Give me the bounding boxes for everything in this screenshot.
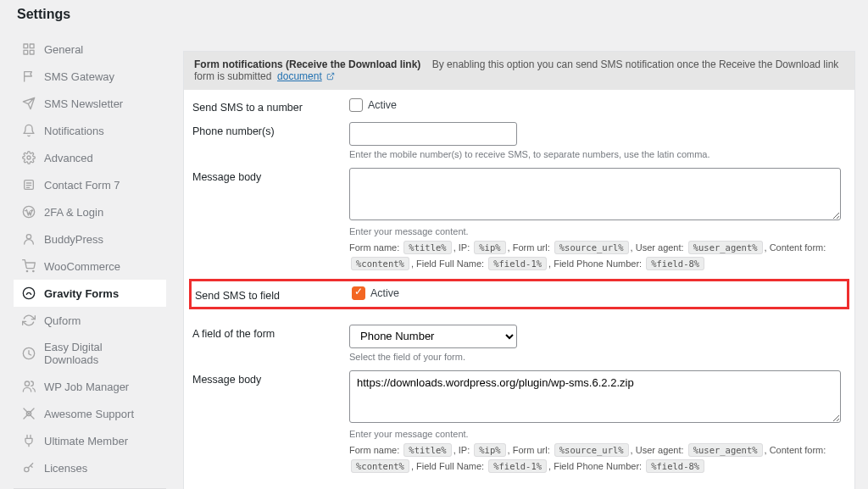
msg1-hint: Enter your message content. xyxy=(349,226,841,236)
svg-rect-0 xyxy=(24,44,28,48)
sidebar-item-label: General xyxy=(44,43,83,56)
row-send-to-field: Send SMS to field Active xyxy=(189,279,849,309)
tag-f8: %field-8% xyxy=(646,459,704,473)
tag-content: %content% xyxy=(351,257,409,270)
sidebar-item-label: SMS Newsletter xyxy=(44,97,123,110)
sidebar-item-label: WooCommerce xyxy=(44,260,120,273)
active-checkbox-2[interactable] xyxy=(352,286,365,300)
gear-icon xyxy=(22,151,36,164)
sidebar-item-label: WP Job Manager xyxy=(44,381,129,393)
sidebar-item-label: Contact Form 7 xyxy=(44,179,120,192)
tag-url: %source_url% xyxy=(554,443,629,457)
active-checkbox-2-wrap[interactable]: Active xyxy=(352,286,830,300)
edd-icon xyxy=(22,347,36,360)
plug-icon xyxy=(22,434,36,447)
sidebar-item-ultimate-member[interactable]: Ultimate Member xyxy=(14,427,166,454)
tag-ua: %user_agent% xyxy=(688,241,763,254)
message-body-2-textarea[interactable]: https://downloads.wordpress.org/plugin/w… xyxy=(349,370,841,423)
support-icon xyxy=(22,407,36,420)
tag-f8: %field-8% xyxy=(646,257,704,270)
row-label: Send SMS to a number xyxy=(192,98,349,114)
sidebar-item-label: 2FA & Login xyxy=(44,206,103,219)
sidebar-item-easy-digital-downloads[interactable]: Easy Digital Downloads xyxy=(14,334,166,373)
tag-f1: %field-1% xyxy=(488,257,547,270)
main-panel: Form notifications (Receive the Download… xyxy=(183,51,855,489)
gravity-icon xyxy=(22,286,36,300)
tag-ip: %ip% xyxy=(474,241,505,254)
sidebar-item-label: Licenses xyxy=(44,462,87,475)
key-icon xyxy=(22,461,36,475)
field-hint: Select the field of your form. xyxy=(349,352,841,362)
placeholders-2: Form name: %title%, IP: %ip%, Form url: … xyxy=(349,442,841,475)
sidebar-item-label: Quform xyxy=(44,314,81,327)
settings-sidebar: GeneralSMS GatewaySMS NewsletterNotifica… xyxy=(14,25,166,489)
active-checkbox-1[interactable] xyxy=(349,98,363,112)
row-phone-numbers: Phone number(s) Enter the mobile number(… xyxy=(184,114,854,159)
section-header: Form notifications (Receive the Download… xyxy=(184,52,854,90)
row-form-field: A field of the form Phone Number Select … xyxy=(184,316,854,362)
active-label: Active xyxy=(370,287,399,299)
sidebar-item-woocommerce[interactable]: WooCommerce xyxy=(14,253,166,280)
tag-f1: %field-1% xyxy=(488,459,547,473)
sidebar-item-label: Notifications xyxy=(44,125,104,137)
sidebar-item-label: BuddyPress xyxy=(44,233,103,246)
message-body-1-textarea[interactable] xyxy=(349,168,841,220)
tag-title: %title% xyxy=(403,443,451,457)
sidebar-item-label: Gravity Forms xyxy=(44,287,119,300)
tag-title: %title% xyxy=(403,241,451,254)
general-icon xyxy=(22,42,36,56)
sidebar-item-2fa-login[interactable]: 2FA & Login xyxy=(14,198,166,225)
section-doc-link[interactable]: document xyxy=(277,70,322,82)
section-title: Form notifications (Receive the Download… xyxy=(194,58,420,70)
active-checkbox-1-wrap[interactable]: Active xyxy=(349,98,841,112)
row-message-body-1: Message body Enter your message content.… xyxy=(184,159,854,272)
svg-point-12 xyxy=(25,381,29,386)
page-title: Settings xyxy=(0,0,868,25)
sidebar-item-sms-newsletter[interactable]: SMS Newsletter xyxy=(14,90,166,117)
active-label: Active xyxy=(368,99,397,111)
sidebar-item-buddypress[interactable]: BuddyPress xyxy=(14,225,166,253)
sidebar-item-contact-form-7[interactable]: Contact Form 7 xyxy=(14,171,166,198)
sidebar-item-notifications[interactable]: Notifications xyxy=(14,117,166,144)
sidebar-item-licenses[interactable]: Licenses xyxy=(14,454,166,481)
bell-icon xyxy=(22,124,36,137)
sidebar-item-wp-job-manager[interactable]: WP Job Manager xyxy=(14,373,166,400)
row-label: Phone number(s) xyxy=(192,122,349,137)
svg-rect-3 xyxy=(30,50,34,54)
sidebar-item-label: Ultimate Member xyxy=(44,435,128,447)
phone-hint: Enter the mobile number(s) to receive SM… xyxy=(349,149,841,159)
refresh-icon xyxy=(22,314,36,327)
external-link-icon xyxy=(326,71,335,83)
tag-ip: %ip% xyxy=(474,443,505,457)
row-label: Send SMS to field xyxy=(195,286,352,302)
row-label: A field of the form xyxy=(192,325,349,340)
phone-input[interactable] xyxy=(349,122,517,146)
msg2-hint: Enter your message content. xyxy=(349,429,841,439)
sidebar-item-label: SMS Gateway xyxy=(44,70,114,83)
sidebar-item-general[interactable]: General xyxy=(14,36,166,63)
row-label: Message body xyxy=(192,168,349,183)
sidebar-item-gravity-forms[interactable]: Gravity Forms xyxy=(14,280,166,307)
sidebar-item-advanced[interactable]: Advanced xyxy=(14,144,166,171)
svg-rect-2 xyxy=(24,50,28,54)
sidebar-item-quform[interactable]: Quform xyxy=(14,307,166,334)
job-icon xyxy=(22,380,36,393)
sidebar-item-label: Awesome Support xyxy=(44,408,134,420)
sidebar-item-awesome-support[interactable]: Awesome Support xyxy=(14,400,166,427)
buddy-icon xyxy=(22,232,36,246)
flag-icon xyxy=(22,69,36,83)
sidebar-item-label: Easy Digital Downloads xyxy=(44,341,158,366)
svg-point-4 xyxy=(27,156,31,159)
svg-point-9 xyxy=(33,270,34,271)
tag-content: %content% xyxy=(351,459,409,473)
send-icon xyxy=(22,97,36,110)
form-icon xyxy=(22,178,36,192)
sidebar-item-sms-gateway[interactable]: SMS Gateway xyxy=(14,63,166,90)
cart-icon xyxy=(22,259,36,273)
row-label: Message body xyxy=(192,370,349,386)
row-send-to-number: Send SMS to a number Active xyxy=(184,90,854,114)
row-message-body-2: Message body https://downloads.wordpress… xyxy=(184,362,854,475)
form-field-select[interactable]: Phone Number xyxy=(349,325,517,348)
sidebar-item-label: Advanced xyxy=(44,152,93,164)
placeholders-1: Form name: %title%, IP: %ip%, Form url: … xyxy=(349,240,841,272)
